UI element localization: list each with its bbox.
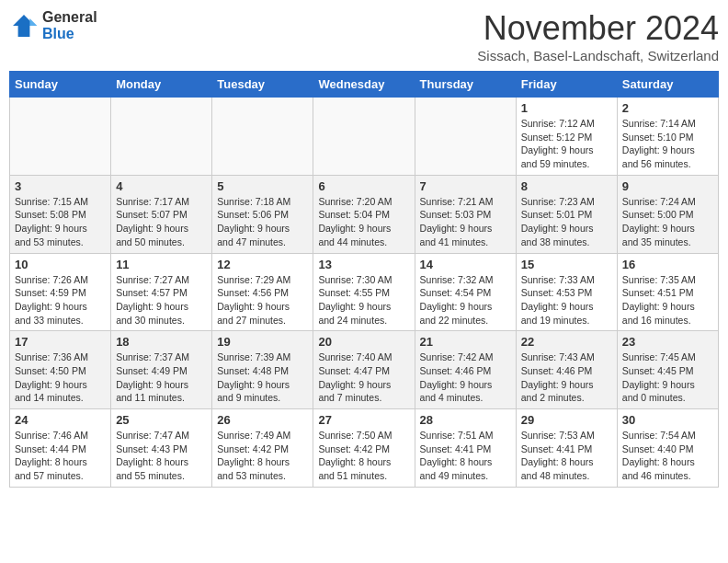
calendar-cell: 13Sunrise: 7:30 AM Sunset: 4:55 PM Dayli… (313, 253, 415, 331)
day-number: 4 (116, 179, 207, 193)
day-info: Sunrise: 7:47 AM Sunset: 4:43 PM Dayligh… (116, 429, 207, 483)
day-of-week-header: Tuesday (212, 72, 313, 98)
day-number: 8 (521, 179, 612, 193)
calendar-cell: 12Sunrise: 7:29 AM Sunset: 4:56 PM Dayli… (212, 253, 313, 331)
day-number: 1 (521, 101, 612, 115)
day-number: 13 (318, 258, 409, 271)
day-info: Sunrise: 7:53 AM Sunset: 4:41 PM Dayligh… (521, 429, 612, 483)
day-number: 10 (15, 258, 106, 271)
day-info: Sunrise: 7:20 AM Sunset: 5:04 PM Dayligh… (318, 195, 409, 249)
day-info: Sunrise: 7:23 AM Sunset: 5:01 PM Dayligh… (521, 195, 612, 249)
day-number: 18 (116, 335, 207, 349)
day-number: 6 (318, 179, 409, 193)
calendar-cell: 8Sunrise: 7:23 AM Sunset: 5:01 PM Daylig… (516, 175, 617, 253)
day-number: 20 (318, 335, 409, 349)
day-number: 28 (420, 413, 511, 427)
calendar-cell: 19Sunrise: 7:39 AM Sunset: 4:48 PM Dayli… (212, 331, 313, 409)
calendar-cell: 20Sunrise: 7:40 AM Sunset: 4:47 PM Dayli… (313, 331, 415, 409)
day-number: 26 (217, 413, 308, 427)
day-number: 27 (318, 413, 409, 427)
logo-icon (9, 11, 39, 40)
day-number: 19 (217, 335, 308, 349)
calendar-cell: 6Sunrise: 7:20 AM Sunset: 5:04 PM Daylig… (313, 175, 415, 253)
day-info: Sunrise: 7:51 AM Sunset: 4:41 PM Dayligh… (420, 429, 511, 483)
title-section: November 2024 Sissach, Basel-Landschaft,… (477, 9, 719, 63)
calendar-cell: 18Sunrise: 7:37 AM Sunset: 4:49 PM Dayli… (111, 331, 212, 409)
calendar-cell (212, 98, 313, 176)
calendar-cell: 29Sunrise: 7:53 AM Sunset: 4:41 PM Dayli… (516, 409, 617, 488)
day-info: Sunrise: 7:36 AM Sunset: 4:50 PM Dayligh… (15, 350, 106, 405)
day-info: Sunrise: 7:39 AM Sunset: 4:48 PM Dayligh… (217, 350, 308, 405)
day-info: Sunrise: 7:24 AM Sunset: 5:00 PM Dayligh… (622, 195, 713, 249)
day-number: 15 (521, 258, 612, 271)
calendar-cell (111, 98, 212, 176)
calendar-week-row: 10Sunrise: 7:26 AM Sunset: 4:59 PM Dayli… (10, 253, 719, 331)
calendar-cell: 17Sunrise: 7:36 AM Sunset: 4:50 PM Dayli… (10, 331, 111, 409)
day-of-week-header: Thursday (415, 72, 516, 98)
calendar-week-row: 17Sunrise: 7:36 AM Sunset: 4:50 PM Dayli… (10, 331, 719, 409)
month-title: November 2024 (477, 9, 719, 48)
day-info: Sunrise: 7:26 AM Sunset: 4:59 PM Dayligh… (15, 273, 106, 327)
day-number: 9 (622, 179, 713, 193)
day-info: Sunrise: 7:27 AM Sunset: 4:57 PM Dayligh… (116, 273, 207, 327)
day-info: Sunrise: 7:54 AM Sunset: 4:40 PM Dayligh… (622, 429, 713, 483)
day-info: Sunrise: 7:14 AM Sunset: 5:10 PM Dayligh… (622, 117, 713, 171)
calendar-cell: 25Sunrise: 7:47 AM Sunset: 4:43 PM Dayli… (111, 409, 212, 488)
day-number: 12 (217, 258, 308, 271)
day-number: 7 (420, 179, 511, 193)
day-of-week-header: Friday (516, 72, 617, 98)
calendar-cell: 26Sunrise: 7:49 AM Sunset: 4:42 PM Dayli… (212, 409, 313, 488)
day-info: Sunrise: 7:43 AM Sunset: 4:46 PM Dayligh… (521, 350, 612, 405)
calendar-cell: 2Sunrise: 7:14 AM Sunset: 5:10 PM Daylig… (617, 98, 718, 176)
svg-marker-1 (29, 18, 37, 26)
day-info: Sunrise: 7:35 AM Sunset: 4:51 PM Dayligh… (622, 273, 713, 327)
calendar-cell: 15Sunrise: 7:33 AM Sunset: 4:53 PM Dayli… (516, 253, 617, 331)
day-number: 23 (622, 335, 713, 349)
calendar-cell: 9Sunrise: 7:24 AM Sunset: 5:00 PM Daylig… (617, 175, 718, 253)
calendar-cell: 22Sunrise: 7:43 AM Sunset: 4:46 PM Dayli… (516, 331, 617, 409)
calendar-cell: 1Sunrise: 7:12 AM Sunset: 5:12 PM Daylig… (516, 98, 617, 176)
location-subtitle: Sissach, Basel-Landschaft, Switzerland (477, 48, 719, 63)
day-number: 29 (521, 413, 612, 427)
calendar-header-row: SundayMondayTuesdayWednesdayThursdayFrid… (10, 72, 719, 98)
day-info: Sunrise: 7:12 AM Sunset: 5:12 PM Dayligh… (521, 117, 612, 171)
day-info: Sunrise: 7:40 AM Sunset: 4:47 PM Dayligh… (318, 350, 409, 405)
day-number: 16 (622, 258, 713, 271)
day-info: Sunrise: 7:18 AM Sunset: 5:06 PM Dayligh… (217, 195, 308, 249)
day-of-week-header: Saturday (617, 72, 718, 98)
day-info: Sunrise: 7:15 AM Sunset: 5:08 PM Dayligh… (15, 195, 106, 249)
day-info: Sunrise: 7:32 AM Sunset: 4:54 PM Dayligh… (420, 273, 511, 327)
calendar-cell: 21Sunrise: 7:42 AM Sunset: 4:46 PM Dayli… (415, 331, 516, 409)
logo-text: General Blue (42, 9, 97, 41)
calendar-cell: 5Sunrise: 7:18 AM Sunset: 5:06 PM Daylig… (212, 175, 313, 253)
day-number: 24 (15, 413, 106, 427)
calendar-cell: 30Sunrise: 7:54 AM Sunset: 4:40 PM Dayli… (617, 409, 718, 488)
logo: General Blue (9, 9, 97, 41)
day-number: 5 (217, 179, 308, 193)
calendar-cell: 11Sunrise: 7:27 AM Sunset: 4:57 PM Dayli… (111, 253, 212, 331)
calendar-cell: 16Sunrise: 7:35 AM Sunset: 4:51 PM Dayli… (617, 253, 718, 331)
calendar-cell: 23Sunrise: 7:45 AM Sunset: 4:45 PM Dayli… (617, 331, 718, 409)
day-info: Sunrise: 7:21 AM Sunset: 5:03 PM Dayligh… (420, 195, 511, 249)
day-number: 25 (116, 413, 207, 427)
day-info: Sunrise: 7:37 AM Sunset: 4:49 PM Dayligh… (116, 350, 207, 405)
calendar-cell: 7Sunrise: 7:21 AM Sunset: 5:03 PM Daylig… (415, 175, 516, 253)
day-info: Sunrise: 7:30 AM Sunset: 4:55 PM Dayligh… (318, 273, 409, 327)
calendar-cell: 14Sunrise: 7:32 AM Sunset: 4:54 PM Dayli… (415, 253, 516, 331)
calendar-cell: 4Sunrise: 7:17 AM Sunset: 5:07 PM Daylig… (111, 175, 212, 253)
calendar-cell (313, 98, 415, 176)
calendar-table: SundayMondayTuesdayWednesdayThursdayFrid… (9, 71, 719, 488)
day-info: Sunrise: 7:42 AM Sunset: 4:46 PM Dayligh… (420, 350, 511, 405)
calendar-cell: 3Sunrise: 7:15 AM Sunset: 5:08 PM Daylig… (10, 175, 111, 253)
day-info: Sunrise: 7:45 AM Sunset: 4:45 PM Dayligh… (622, 350, 713, 405)
day-of-week-header: Sunday (10, 72, 111, 98)
day-info: Sunrise: 7:33 AM Sunset: 4:53 PM Dayligh… (521, 273, 612, 327)
day-info: Sunrise: 7:50 AM Sunset: 4:42 PM Dayligh… (318, 429, 409, 483)
calendar-cell (415, 98, 516, 176)
logo-general: General (42, 9, 97, 26)
day-info: Sunrise: 7:46 AM Sunset: 4:44 PM Dayligh… (15, 429, 106, 483)
day-info: Sunrise: 7:49 AM Sunset: 4:42 PM Dayligh… (217, 429, 308, 483)
day-info: Sunrise: 7:17 AM Sunset: 5:07 PM Dayligh… (116, 195, 207, 249)
day-number: 30 (622, 413, 713, 427)
day-number: 3 (15, 179, 106, 193)
